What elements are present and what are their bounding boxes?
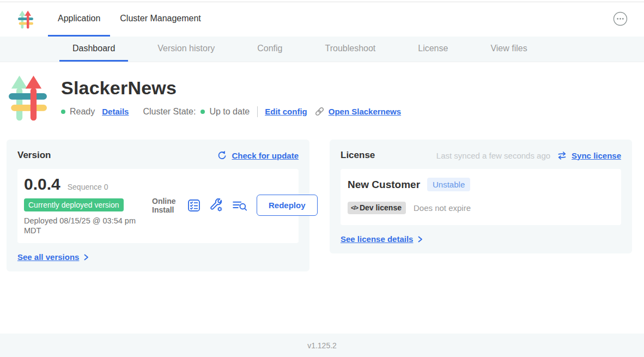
slackernews-logo-icon bbox=[18, 9, 33, 31]
license-card-title: License bbox=[341, 150, 375, 161]
subtab-dashboard[interactable]: Dashboard bbox=[59, 37, 128, 62]
subtab-troubleshoot[interactable]: Troubleshoot bbox=[312, 37, 388, 62]
cluster-state-value: Up to date bbox=[209, 107, 250, 117]
subtab-config[interactable]: Config bbox=[244, 37, 295, 62]
preflight-checks-button[interactable] bbox=[187, 198, 201, 213]
version-number: 0.0.4 bbox=[24, 175, 60, 193]
see-license-details-link[interactable]: See license details bbox=[341, 234, 413, 244]
app-sub-nav: Dashboard Version history Config Trouble… bbox=[0, 37, 644, 62]
app-status-dot bbox=[61, 110, 65, 114]
app-logo-icon bbox=[9, 73, 47, 123]
deployed-timestamp: Deployed 08/15/25 @ 03:54 pm MDT bbox=[24, 216, 152, 235]
cluster-state-label: Cluster State: bbox=[143, 107, 196, 117]
tab-application[interactable]: Application bbox=[48, 2, 110, 37]
version-card-title: Version bbox=[17, 150, 51, 161]
install-type-label: Online Install bbox=[152, 197, 179, 214]
console-version: v1.125.2 bbox=[307, 341, 337, 350]
check-for-update-label: Check for update bbox=[232, 151, 299, 160]
open-app-label: Open Slackernews bbox=[329, 107, 401, 116]
license-expiry-text: Does not expire bbox=[414, 203, 471, 213]
current-version-panel: 0.0.4 Sequence 0 Currently deployed vers… bbox=[17, 169, 299, 243]
open-app-link[interactable]: Open Slackernews bbox=[314, 106, 401, 117]
edit-config-button[interactable] bbox=[209, 198, 223, 213]
overflow-menu-button[interactable] bbox=[613, 11, 628, 28]
chevron-right-icon bbox=[83, 253, 89, 261]
license-type-label: Dev license bbox=[360, 203, 402, 212]
license-card: License Last synced a few seconds ago Sy… bbox=[330, 140, 632, 253]
sync-arrows-icon bbox=[557, 150, 567, 161]
see-all-versions-link[interactable]: See all versions bbox=[17, 252, 79, 262]
chevron-right-icon bbox=[417, 235, 423, 243]
sync-license-link[interactable]: Sync license bbox=[572, 151, 621, 160]
code-icon: </> bbox=[351, 204, 358, 211]
last-synced-text: Last synced a few seconds ago bbox=[436, 151, 550, 160]
logs-search-icon bbox=[232, 198, 248, 213]
subtab-version-history[interactable]: Version history bbox=[144, 37, 228, 62]
deployed-status-badge: Currently deployed version bbox=[24, 198, 124, 211]
app-status-text: Ready bbox=[70, 107, 95, 117]
wrench-gear-icon bbox=[209, 198, 223, 213]
version-card: Version Check for update bbox=[7, 140, 309, 271]
edit-config-link[interactable]: Edit config bbox=[265, 107, 307, 116]
check-for-update-link[interactable]: Check for update bbox=[217, 150, 299, 161]
license-details-panel: New Customer Unstable </> Dev license Do… bbox=[341, 169, 621, 225]
tab-cluster-management[interactable]: Cluster Management bbox=[110, 2, 211, 37]
page-title: SlackerNews bbox=[61, 77, 401, 99]
version-sequence: Sequence 0 bbox=[68, 183, 108, 191]
divider bbox=[257, 106, 258, 117]
dashboard-content: SlackerNews Ready Details Cluster State:… bbox=[0, 62, 644, 334]
top-nav: Application Cluster Management bbox=[0, 2, 644, 37]
refresh-icon bbox=[217, 150, 227, 161]
status-details-link[interactable]: Details bbox=[102, 107, 129, 116]
app-footer: v1.125.2 bbox=[0, 334, 644, 357]
ellipsis-circle-icon bbox=[613, 11, 628, 26]
subtab-license[interactable]: License bbox=[405, 37, 461, 62]
app-status-row: Ready Details Cluster State: Up to date … bbox=[61, 106, 401, 117]
chain-link-icon bbox=[314, 106, 325, 117]
cluster-state-dot bbox=[201, 110, 205, 114]
app-header: SlackerNews Ready Details Cluster State:… bbox=[9, 73, 632, 123]
checklist-icon bbox=[187, 198, 201, 213]
customer-name: New Customer bbox=[348, 179, 420, 191]
subtab-view-files[interactable]: View files bbox=[477, 37, 540, 62]
redeploy-button[interactable]: Redeploy bbox=[257, 195, 318, 216]
license-type-badge: </> Dev license bbox=[348, 202, 406, 214]
channel-badge: Unstable bbox=[427, 178, 470, 191]
view-logs-button[interactable] bbox=[232, 198, 248, 213]
